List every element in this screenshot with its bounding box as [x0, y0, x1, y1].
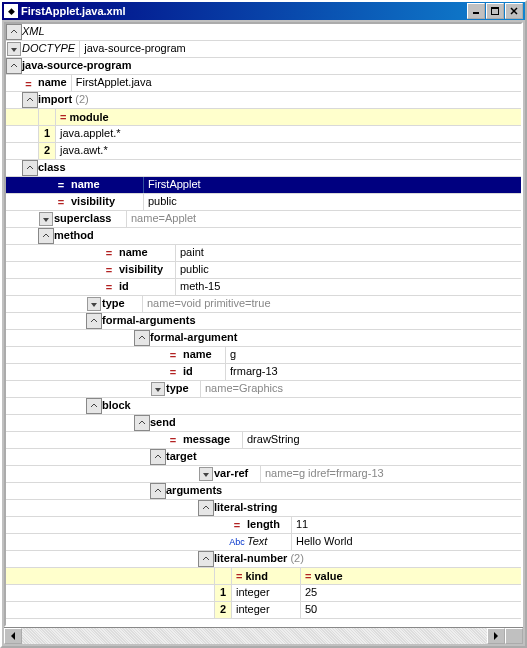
attribute-icon: = — [305, 570, 311, 582]
method-row[interactable]: method — [6, 228, 521, 245]
scroll-right-button[interactable] — [487, 628, 505, 644]
name-attr-row[interactable]: = name FirstApplet.java — [6, 75, 521, 92]
class-name-label: name — [71, 177, 143, 193]
close-button[interactable] — [505, 3, 523, 19]
minimize-button[interactable] — [467, 3, 485, 19]
expand-icon[interactable] — [150, 449, 166, 465]
length-label: length — [247, 517, 291, 533]
horizontal-scrollbar[interactable] — [4, 627, 523, 644]
xml-declaration-row[interactable]: XML — [6, 24, 521, 41]
literal-string-row[interactable]: literal-string — [6, 500, 521, 517]
tree-view[interactable]: XML DOCTYPE java-source-program java-sou… — [4, 22, 523, 627]
method-id-row[interactable]: = id meth-15 — [6, 279, 521, 296]
method-type-label: type — [102, 296, 142, 312]
visibility-value: public — [143, 194, 521, 210]
expand-icon[interactable] — [198, 500, 214, 516]
litstr-text-row[interactable]: Abc Text Hello World — [6, 534, 521, 551]
attribute-icon: = — [102, 264, 116, 276]
maximize-button[interactable] — [486, 3, 504, 19]
text-label: Text — [247, 534, 291, 550]
message-row[interactable]: = message drawString — [6, 432, 521, 449]
attribute-icon: = — [236, 570, 242, 582]
method-visibility-row[interactable]: = visibility public — [6, 262, 521, 279]
farg-type-row[interactable]: type name=Graphics — [6, 381, 521, 398]
import-item-row[interactable]: 2 java.awt.* — [6, 143, 521, 160]
import-value: java.awt.* — [55, 143, 521, 159]
formal-argument-row[interactable]: formal-argument — [6, 330, 521, 347]
doctype-label: DOCTYPE — [22, 41, 79, 57]
scroll-track[interactable] — [22, 628, 487, 644]
class-name-value: FirstApplet — [143, 177, 521, 193]
method-name-label: name — [119, 245, 175, 261]
formal-argument-label: formal-argument — [150, 330, 241, 346]
send-row[interactable]: send — [6, 415, 521, 432]
literal-number-row[interactable]: literal-number (2) — [6, 551, 521, 568]
name-label: name — [38, 75, 71, 91]
xml-label: XML — [22, 24, 49, 40]
method-name-value: paint — [175, 245, 521, 261]
formal-arguments-row[interactable]: formal-arguments — [6, 313, 521, 330]
expand-icon[interactable] — [150, 483, 166, 499]
value-column: value — [314, 570, 342, 582]
expand-icon[interactable] — [22, 160, 38, 176]
expand-icon[interactable] — [6, 24, 22, 40]
import-item-row[interactable]: 1 java.applet.* — [6, 126, 521, 143]
collapsed-icon[interactable] — [87, 297, 101, 311]
import-row[interactable]: import (2) — [6, 92, 521, 109]
expand-icon[interactable] — [6, 58, 22, 74]
expand-icon[interactable] — [134, 415, 150, 431]
varref-value: name=g idref=frmarg-13 — [260, 466, 521, 482]
index-header — [38, 109, 55, 125]
superclass-row[interactable]: superclass name=Applet — [6, 211, 521, 228]
method-vis-label: visibility — [119, 262, 175, 278]
collapsed-icon[interactable] — [199, 467, 213, 481]
superclass-value: name=Applet — [126, 211, 521, 227]
method-type-row[interactable]: type name=void primitive=true — [6, 296, 521, 313]
litstr-length-row[interactable]: = length 11 — [6, 517, 521, 534]
block-row[interactable]: block — [6, 398, 521, 415]
farg-name-value: g — [225, 347, 521, 363]
svg-marker-10 — [11, 632, 15, 640]
root-label: java-source-program — [22, 58, 135, 74]
method-id-value: meth-15 — [175, 279, 521, 295]
attribute-icon: = — [102, 281, 116, 293]
farg-id-row[interactable]: = id frmarg-13 — [6, 364, 521, 381]
scroll-left-button[interactable] — [4, 628, 22, 644]
class-label: class — [38, 160, 70, 176]
litnum-header-row: =kind =value — [6, 568, 521, 585]
farg-name-row[interactable]: = name g — [6, 347, 521, 364]
svg-marker-7 — [91, 303, 97, 307]
farg-type-value: name=Graphics — [200, 381, 521, 397]
class-visibility-row[interactable]: = visibility public — [6, 194, 521, 211]
class-row[interactable]: class — [6, 160, 521, 177]
collapsed-icon[interactable] — [39, 212, 53, 226]
method-type-value: name=void primitive=true — [142, 296, 521, 312]
row-index: 2 — [38, 143, 55, 159]
expand-icon[interactable] — [86, 313, 102, 329]
class-name-row[interactable]: = name FirstApplet — [6, 177, 521, 194]
arguments-row[interactable]: arguments — [6, 483, 521, 500]
doctype-row[interactable]: DOCTYPE java-source-program — [6, 41, 521, 58]
attribute-icon: = — [102, 247, 116, 259]
method-name-row[interactable]: = name paint — [6, 245, 521, 262]
import-value: java.applet.* — [55, 126, 521, 142]
expand-icon[interactable] — [86, 398, 102, 414]
collapsed-icon[interactable] — [151, 382, 165, 396]
litnum-item-row[interactable]: 1 integer 25 — [6, 585, 521, 602]
expand-icon[interactable] — [38, 228, 54, 244]
root-element-row[interactable]: java-source-program — [6, 58, 521, 75]
resize-grip[interactable] — [505, 628, 523, 644]
target-row[interactable]: target — [6, 449, 521, 466]
titlebar[interactable]: ◆ FirstApplet.java.xml — [2, 2, 525, 20]
expand-icon[interactable] — [22, 92, 38, 108]
litnum-kind: integer — [231, 585, 300, 601]
collapsed-icon[interactable] — [7, 42, 21, 56]
text-value: Hello World — [291, 534, 521, 550]
name-value: FirstApplet.java — [71, 75, 521, 91]
expand-icon[interactable] — [134, 330, 150, 346]
row-index: 2 — [214, 602, 231, 618]
litnum-item-row[interactable]: 2 integer 50 — [6, 602, 521, 619]
expand-icon[interactable] — [198, 551, 214, 567]
varref-row[interactable]: var-ref name=g idref=frmarg-13 — [6, 466, 521, 483]
litnum-value: 50 — [300, 602, 521, 618]
